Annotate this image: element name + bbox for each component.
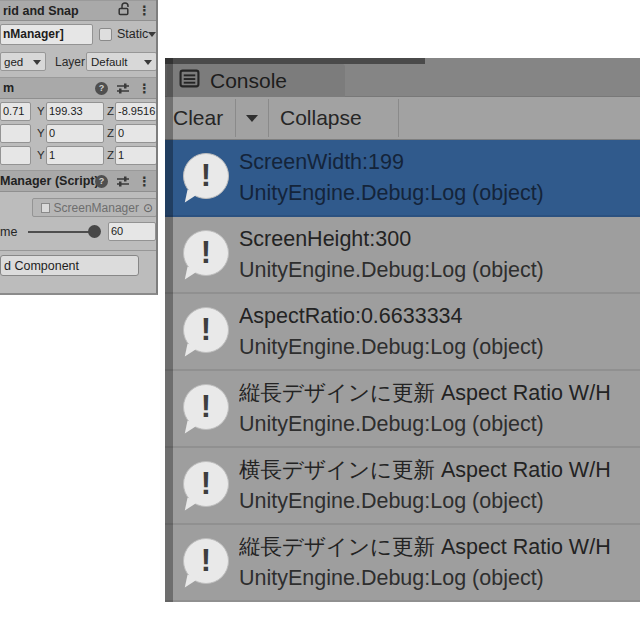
presets-icon[interactable]	[116, 175, 130, 187]
z-axis-label: Z	[107, 149, 114, 161]
scale-y-field[interactable]: 1	[46, 146, 104, 165]
log-row-aspectratio[interactable]: AspectRatio:0.6633334 UnityEngine.Debug:…	[165, 294, 640, 371]
log-row-screenheight[interactable]: ScreenHeight:300 UnityEngine.Debug:Log (…	[165, 217, 640, 294]
z-axis-label: Z	[107, 127, 114, 139]
static-checkbox[interactable]	[99, 28, 112, 41]
transform-header[interactable]: m ⋮	[0, 77, 156, 99]
clear-button[interactable]: Clear	[165, 97, 235, 139]
layer-label: Layer	[55, 55, 85, 69]
console-tab-label: Console	[210, 69, 287, 93]
help-icon[interactable]	[95, 175, 108, 188]
static-label: Static	[117, 27, 148, 41]
help-icon[interactable]	[95, 82, 108, 95]
csharp-script-icon	[41, 203, 50, 213]
y-axis-label: Y	[37, 149, 45, 161]
script-object-value: ScreenManager	[54, 201, 139, 215]
log-message: AspectRatio:0.6633334	[239, 301, 640, 332]
add-component-button[interactable]: d Component	[0, 255, 139, 276]
exclamation-bubble-icon	[183, 538, 229, 584]
log-row-portrait-update-2[interactable]: 縦長デザインに更新 Aspect Ratio W/H UnityEngine.D…	[165, 525, 640, 602]
console-toolbar: Clear Collapse	[165, 97, 640, 140]
log-message: 縦長デザインに更新 Aspect Ratio W/H	[239, 378, 640, 409]
screenmanager-script-header[interactable]: Manager (Script) ⋮	[0, 170, 156, 192]
grid-and-snap-title: rid and Snap	[3, 4, 79, 18]
script-object-field[interactable]: ScreenManager	[32, 198, 157, 217]
scale-x-field[interactable]	[0, 146, 31, 165]
unlock-icon[interactable]	[118, 2, 130, 19]
log-stacktrace: UnityEngine.Debug:Log (object)	[239, 255, 640, 286]
gameobject-name-input[interactable]: nManager]	[0, 24, 93, 45]
console-tab-bar: Console	[165, 58, 640, 97]
log-message: ScreenHeight:300	[239, 224, 640, 255]
exclamation-bubble-icon	[183, 153, 229, 199]
z-axis-label: Z	[107, 105, 114, 117]
exclamation-bubble-icon	[183, 230, 229, 276]
rotation-x-field[interactable]	[0, 124, 31, 143]
console-log-list: ScreenWidth:199 UnityEngine.Debug:Log (o…	[165, 140, 640, 602]
static-dropdown-caret-icon[interactable]	[148, 32, 156, 37]
script-component-title: Manager (Script)	[0, 174, 99, 188]
log-row-portrait-update[interactable]: 縦長デザインに更新 Aspect Ratio W/H UnityEngine.D…	[165, 371, 640, 448]
transform-title: m	[3, 81, 14, 95]
exclamation-bubble-icon	[183, 461, 229, 507]
rotation-row: Y 0 Z 0	[0, 124, 156, 144]
log-stacktrace: UnityEngine.Debug:Log (object)	[239, 486, 640, 517]
frame-slider-row: me 60	[0, 222, 156, 242]
layer-caret-icon	[144, 60, 152, 65]
slider-value-field[interactable]: 60	[108, 222, 156, 241]
exclamation-bubble-icon	[183, 384, 229, 430]
layer-value: Default	[91, 56, 127, 68]
script-reference-row: ScreenManager	[0, 198, 156, 218]
slider-label: me	[0, 225, 17, 239]
kebab-menu-icon[interactable]: ⋮	[138, 82, 151, 95]
chevron-down-icon	[246, 115, 258, 122]
position-x-field[interactable]: 0.71	[0, 102, 31, 121]
tab-console[interactable]: Console	[167, 64, 345, 97]
log-message: 縦長デザインに更新 Aspect Ratio W/H	[239, 532, 640, 563]
log-message: 横長デザインに更新 Aspect Ratio W/H	[239, 455, 640, 486]
log-row-screenwidth[interactable]: ScreenWidth:199 UnityEngine.Debug:Log (o…	[165, 140, 640, 217]
log-stacktrace: UnityEngine.Debug:Log (object)	[239, 178, 640, 209]
tag-layer-row: ged Layer Default	[0, 52, 156, 72]
grid-and-snap-header[interactable]: rid and Snap ⋮	[0, 0, 156, 21]
tag-caret-icon	[33, 60, 41, 65]
log-stacktrace: UnityEngine.Debug:Log (object)	[239, 409, 640, 440]
gameobject-name-row: nManager] Static	[0, 24, 156, 45]
console-window: Console Clear Collapse ScreenWidth:199 U…	[165, 58, 640, 602]
slider-handle[interactable]	[88, 225, 101, 238]
kebab-menu-icon[interactable]: ⋮	[138, 175, 151, 188]
tag-dropdown[interactable]: ged	[0, 52, 46, 71]
clear-dropdown-button[interactable]	[235, 97, 268, 139]
presets-icon[interactable]	[116, 82, 130, 94]
scale-z-field[interactable]: 1	[115, 146, 157, 165]
kebab-menu-icon[interactable]: ⋮	[138, 4, 151, 17]
toolbar-separator	[398, 99, 399, 137]
collapse-button[interactable]: Collapse	[268, 97, 398, 139]
scale-row: Y 1 Z 1	[0, 146, 156, 166]
object-picker-icon[interactable]	[143, 202, 153, 214]
rotation-y-field[interactable]: 0	[46, 124, 104, 143]
log-stacktrace: UnityEngine.Debug:Log (object)	[239, 563, 640, 594]
y-axis-label: Y	[37, 127, 45, 139]
console-icon	[179, 68, 200, 93]
tag-value: ged	[4, 56, 23, 68]
layer-dropdown[interactable]: Default	[86, 52, 157, 71]
slider-track[interactable]	[28, 231, 96, 233]
position-row: 0.71 Y 199.33 Z -8.9516	[0, 102, 156, 122]
divider	[0, 250, 156, 251]
y-axis-label: Y	[37, 105, 45, 117]
exclamation-bubble-icon	[183, 307, 229, 353]
log-message: ScreenWidth:199	[239, 147, 640, 178]
log-row-landscape-update[interactable]: 横長デザインに更新 Aspect Ratio W/H UnityEngine.D…	[165, 448, 640, 525]
log-stacktrace: UnityEngine.Debug:Log (object)	[239, 332, 640, 363]
position-z-field[interactable]: -8.9516	[115, 102, 157, 121]
rotation-z-field[interactable]: 0	[115, 124, 157, 143]
inspector-panel: rid and Snap ⋮ nManager] Static ged Laye…	[0, 0, 158, 295]
position-y-field[interactable]: 199.33	[46, 102, 104, 121]
